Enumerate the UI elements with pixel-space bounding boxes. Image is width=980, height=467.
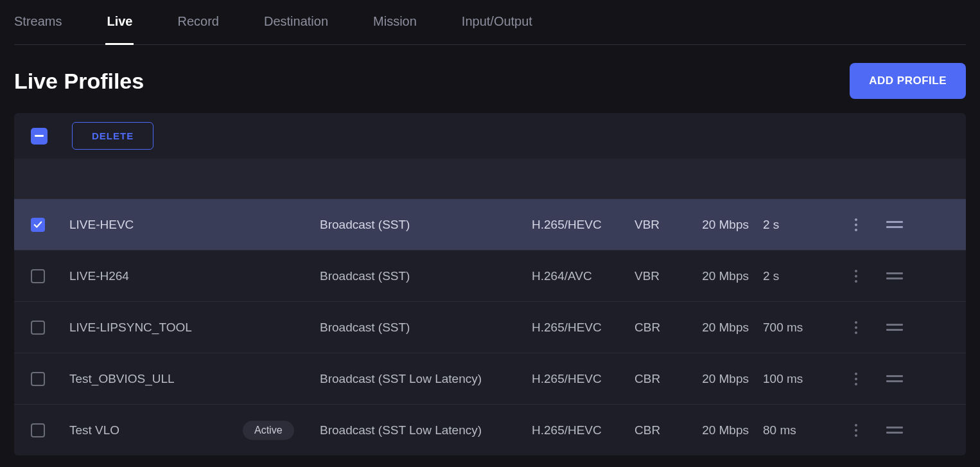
tab-bar: Streams Live Record Destination Mission … <box>14 0 966 45</box>
profile-codec: H.265/HEVC <box>532 218 634 232</box>
profile-latency: 80 ms <box>763 423 846 437</box>
table-row[interactable]: Test VLO Active Broadcast (SST Low Laten… <box>14 404 966 455</box>
profiles-panel: DELETE LIVE-HEVC Broadcast (SST) H.265/H… <box>14 113 966 455</box>
status-badge: Active <box>243 421 294 440</box>
row-menu-button[interactable] <box>846 318 866 337</box>
row-checkbox[interactable] <box>31 372 45 386</box>
profile-latency: 2 s <box>763 269 846 283</box>
drag-icon <box>886 427 903 434</box>
row-drag-handle[interactable] <box>885 318 904 337</box>
row-menu-button[interactable] <box>846 421 866 440</box>
profile-name: Test VLO <box>69 423 243 437</box>
bulk-toolbar: DELETE <box>14 113 966 159</box>
profile-codec: H.265/HEVC <box>532 423 634 437</box>
row-checkbox[interactable] <box>31 423 45 437</box>
tab-mission[interactable]: Mission <box>373 14 417 44</box>
row-drag-handle[interactable] <box>885 369 904 389</box>
table-row[interactable]: LIVE-HEVC Broadcast (SST) H.265/HEVC VBR… <box>14 198 966 250</box>
drag-icon <box>886 221 903 228</box>
profile-name: Test_OBVIOS_ULL <box>69 372 243 386</box>
row-checkbox[interactable] <box>31 321 45 335</box>
profile-mode: Broadcast (SST) <box>320 269 532 283</box>
profile-bitrate: 20 Mbps <box>686 269 763 283</box>
profile-name: LIVE-LIPSYNC_TOOL <box>69 321 243 335</box>
profile-latency: 100 ms <box>763 372 846 386</box>
row-drag-handle[interactable] <box>885 267 904 286</box>
profile-mode: Broadcast (SST) <box>320 218 532 232</box>
profile-name: LIVE-H264 <box>69 269 243 283</box>
row-checkbox[interactable] <box>31 218 45 232</box>
profile-name: LIVE-HEVC <box>69 218 243 232</box>
kebab-icon <box>855 424 857 437</box>
row-drag-handle[interactable] <box>885 421 904 440</box>
drag-icon <box>886 272 903 279</box>
check-icon <box>33 220 42 229</box>
profile-rate: CBR <box>634 372 686 386</box>
minus-icon <box>35 135 44 137</box>
table-row[interactable]: LIVE-H264 Broadcast (SST) H.264/AVC VBR … <box>14 250 966 301</box>
profile-codec: H.265/HEVC <box>532 372 634 386</box>
profile-bitrate: 20 Mbps <box>686 218 763 232</box>
tab-live[interactable]: Live <box>107 14 132 44</box>
table-header-spacer <box>14 159 966 198</box>
kebab-icon <box>855 373 857 385</box>
row-checkbox[interactable] <box>31 269 45 283</box>
delete-button[interactable]: DELETE <box>72 122 153 150</box>
kebab-icon <box>855 270 857 283</box>
row-drag-handle[interactable] <box>885 215 904 234</box>
tab-input-output[interactable]: Input/Output <box>462 14 532 44</box>
profile-mode: Broadcast (SST) <box>320 321 532 335</box>
drag-icon <box>886 375 903 382</box>
row-menu-button[interactable] <box>846 369 866 389</box>
profile-bitrate: 20 Mbps <box>686 321 763 335</box>
profile-rate: CBR <box>634 321 686 335</box>
profile-latency: 700 ms <box>763 321 846 335</box>
kebab-icon <box>855 218 857 231</box>
profile-rate: VBR <box>634 218 686 232</box>
profile-bitrate: 20 Mbps <box>686 423 763 437</box>
profile-rate: CBR <box>634 423 686 437</box>
profile-mode: Broadcast (SST Low Latency) <box>320 423 532 437</box>
page-title: Live Profiles <box>14 69 144 94</box>
profile-latency: 2 s <box>763 218 846 232</box>
table-row[interactable]: Test_OBVIOS_ULL Broadcast (SST Low Laten… <box>14 353 966 404</box>
tab-record[interactable]: Record <box>178 14 219 44</box>
table-row[interactable]: LIVE-LIPSYNC_TOOL Broadcast (SST) H.265/… <box>14 301 966 353</box>
row-menu-button[interactable] <box>846 215 866 234</box>
profile-rate: VBR <box>634 269 686 283</box>
profile-bitrate: 20 Mbps <box>686 372 763 386</box>
profile-codec: H.265/HEVC <box>532 321 634 335</box>
profile-mode: Broadcast (SST Low Latency) <box>320 372 532 386</box>
tab-streams[interactable]: Streams <box>14 14 62 44</box>
status-slot: Active <box>243 421 320 440</box>
row-menu-button[interactable] <box>846 267 866 286</box>
tab-destination[interactable]: Destination <box>264 14 328 44</box>
kebab-icon <box>855 321 857 334</box>
profile-codec: H.264/AVC <box>532 269 634 283</box>
add-profile-button[interactable]: ADD PROFILE <box>850 63 966 99</box>
select-all-checkbox[interactable] <box>31 128 48 145</box>
drag-icon <box>886 324 903 331</box>
